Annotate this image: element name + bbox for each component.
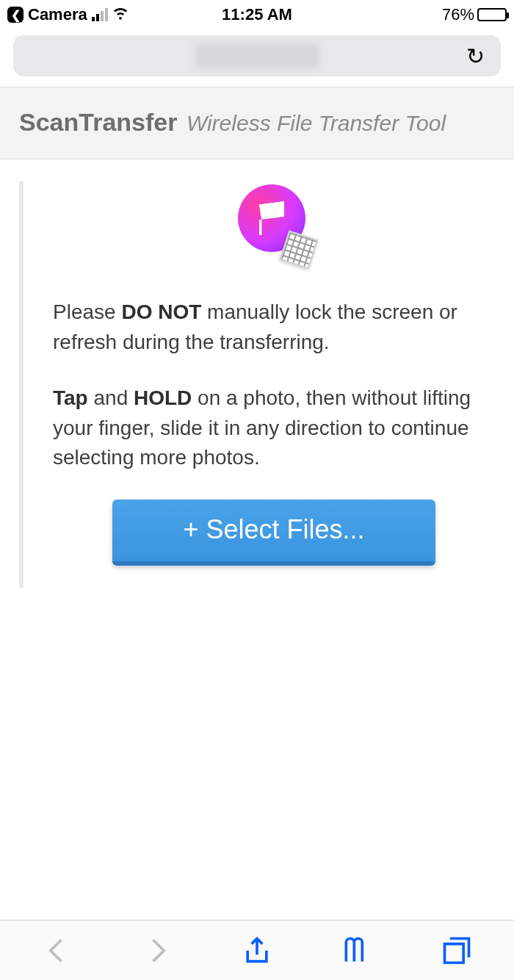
url-blurred (195, 43, 319, 69)
forward-icon[interactable] (141, 934, 173, 967)
app-subtitle: Wireless File Transfer Tool (187, 111, 446, 135)
share-icon[interactable] (241, 934, 273, 967)
back-icon[interactable] (41, 934, 73, 967)
browser-toolbar (0, 920, 514, 980)
tabs-icon[interactable] (441, 934, 473, 967)
status-bar: ❮ Camera 11:25 AM 76% (0, 0, 514, 29)
battery-percent: 76% (442, 5, 474, 24)
page-header: ScanTransfer Wireless File Transfer Tool (0, 87, 514, 159)
select-files-button[interactable]: + Select Files... (112, 500, 435, 566)
back-app-label[interactable]: Camera (28, 5, 87, 24)
bookmarks-icon[interactable] (341, 934, 373, 967)
wifi-icon (112, 4, 128, 25)
battery-icon (477, 8, 507, 21)
back-app-icon[interactable]: ❮ (7, 7, 23, 23)
instruction-1: Please DO NOT manually lock the screen o… (53, 298, 495, 357)
reload-icon[interactable]: ↻ (466, 43, 485, 69)
app-logo (53, 181, 495, 298)
app-title: ScanTransfer (19, 108, 177, 136)
cell-signal-icon (92, 8, 108, 21)
instruction-2: Tap and HOLD on a photo, then without li… (53, 383, 495, 473)
address-bar[interactable]: ↻ (13, 35, 501, 76)
